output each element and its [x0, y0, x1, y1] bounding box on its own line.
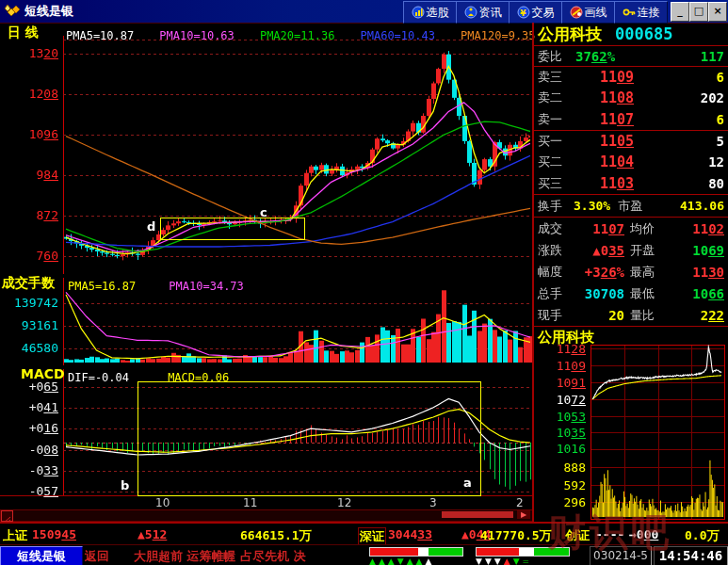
- price-axis-tick: 1208: [0, 88, 58, 100]
- trade-button[interactable]: ¥ 交易: [509, 1, 562, 24]
- stock-pick-label: 选股: [427, 5, 449, 21]
- cy-index-amount: 0.0万: [685, 527, 719, 544]
- breadth-marks: ▼▼▼▲▼=: [476, 557, 570, 565]
- stat-label: 总手: [538, 285, 570, 302]
- stat-row: 成交 1107 均价 1102: [534, 218, 728, 239]
- title-bar: 短线是银 选股 资讯 ¥ 交易: [0, 0, 728, 24]
- sh-index-amount: 664615.1万: [240, 527, 312, 544]
- ask3-qty: 6: [717, 70, 724, 85]
- quote-header: 公用科技 000685: [534, 23, 728, 46]
- connect-key-icon: [623, 6, 636, 19]
- bid1-price: 1105: [572, 133, 634, 150]
- daily-indicator-readout: PMA5=10.87 PMA10=10.63 PMA20=11.36 PMA60…: [66, 25, 536, 43]
- sh-index-label[interactable]: 上证: [3, 527, 27, 545]
- x-axis-month-label: 2: [516, 496, 524, 509]
- maximize-button[interactable]: □: [689, 2, 708, 22]
- annotation-letter-a: a: [463, 476, 472, 490]
- volume-axis-tick: 46580: [0, 342, 58, 354]
- stat-value: 1069: [692, 243, 724, 258]
- pma120-readout: PMA120=9.35: [461, 29, 535, 42]
- resize-grip-icon[interactable]: [1, 510, 13, 522]
- news-label: 资讯: [479, 5, 502, 21]
- intraday-price-tick: 1072: [527, 394, 586, 406]
- macd-axis-tick: -008: [0, 444, 58, 456]
- dif-readout: DIF=-0.04: [68, 371, 129, 384]
- stat-value: 222: [701, 308, 724, 323]
- chart-scrollbar[interactable]: ▶: [0, 509, 534, 522]
- period-label: 日 线: [8, 24, 39, 41]
- stat-row: 现手 20 量比 222: [534, 304, 728, 327]
- pe-label: 市盈: [618, 198, 642, 215]
- bid-row-3: 买三 1103 80: [534, 172, 728, 195]
- bid3-label: 买三: [538, 175, 572, 192]
- bid1-qty: 5: [717, 134, 724, 149]
- minimize-button[interactable]: _: [671, 2, 689, 22]
- market-breadth-panel-1: ▲▲▲▼▲▲▲: [369, 547, 463, 564]
- intraday-volume-tick: 888: [527, 461, 586, 474]
- ask-row-3: 卖三 1109 6: [534, 67, 728, 88]
- weibi-value: 3762%: [575, 49, 615, 64]
- breadth-bar: [369, 547, 463, 557]
- intraday-price-tick: 1128: [527, 343, 586, 355]
- window-title: 短线是银: [24, 0, 73, 23]
- back-button[interactable]: 返回: [85, 548, 109, 565]
- app-logo-gold-icon: [4, 3, 21, 20]
- sz-index-value: 304433: [388, 527, 432, 541]
- annotation-box-macd: [138, 381, 481, 496]
- scrollbar-right-arrow[interactable]: ▶: [517, 510, 530, 519]
- draw-line-icon: [570, 6, 583, 19]
- stock-pick-button[interactable]: 选股: [403, 1, 457, 24]
- close-button[interactable]: ×: [708, 2, 727, 22]
- volume-axis-tick: 139742: [0, 297, 58, 309]
- ask1-label: 卖一: [538, 111, 572, 128]
- cy-index-label[interactable]: 创证: [565, 527, 590, 544]
- intraday-price-tick: 1053: [527, 411, 586, 423]
- pma20-readout: PMA20=11.36: [260, 29, 334, 42]
- stat-value: 20: [570, 308, 624, 323]
- connect-button[interactable]: 连接: [614, 1, 668, 24]
- bid3-qty: 80: [708, 176, 724, 191]
- bid2-price: 1104: [572, 153, 634, 170]
- scrollbar-thumb[interactable]: [442, 511, 513, 518]
- draw-line-button[interactable]: 画线: [561, 1, 615, 24]
- intraday-volume-tick: 592: [527, 479, 586, 492]
- stat-value: 1107: [570, 221, 624, 236]
- stat-label: 涨跌: [538, 242, 570, 259]
- annotation-box-consolidation: [160, 218, 305, 240]
- svg-text:¥: ¥: [520, 8, 526, 18]
- stat-row: 总手 30708 最低 1066: [534, 282, 728, 304]
- bid2-label: 买二: [538, 153, 572, 170]
- breadth-marks: ▲▲▲▼▲▲▲: [369, 557, 463, 565]
- volume-panel-title: 成交手数: [2, 275, 55, 292]
- cy-index-change: →000: [629, 527, 658, 541]
- macd-axis-tick: +016: [0, 422, 58, 434]
- bid-row-1: 买一 1105 5: [534, 131, 728, 152]
- volume-indicator-readout: PMA5=16.87 PMA10=34.73: [68, 276, 244, 294]
- sz-index-label[interactable]: 深证: [358, 527, 386, 546]
- intraday-price-tick: 1035: [527, 427, 586, 439]
- date-display: 030214-5: [590, 546, 652, 565]
- stat-label: 开盘: [630, 242, 662, 259]
- stat-value: +326%: [570, 265, 624, 280]
- x-axis-month-label: 12: [337, 496, 351, 509]
- ask1-price: 1107: [572, 111, 634, 128]
- bid1-label: 买一: [538, 133, 572, 150]
- weibi-label: 委比: [538, 48, 562, 65]
- intraday-price-tick: 1016: [527, 443, 586, 455]
- pma10-readout: PMA10=10.63: [159, 29, 234, 42]
- connect-label: 连接: [638, 5, 660, 21]
- stat-value: 1130: [692, 265, 724, 280]
- ask-row-2: 卖二 1108 202: [534, 88, 728, 108]
- tab-duanxianshiyin[interactable]: 短线是银: [0, 546, 83, 565]
- price-axis-tick: 760: [0, 250, 58, 262]
- intraday-price-tick: 1109: [527, 360, 586, 372]
- bid-row-2: 买二 1104 12: [534, 152, 728, 172]
- stat-label: 量比: [630, 307, 662, 324]
- vol-pma10-readout: PMA10=34.73: [169, 280, 243, 293]
- market-breadth-panel-2: ▼▼▼▲▼=: [476, 547, 570, 564]
- news-button[interactable]: 资讯: [456, 1, 510, 24]
- annotation-letter-b: b: [121, 478, 129, 492]
- turnover-label: 换手: [538, 198, 562, 215]
- sh-index-change: ▲512: [138, 527, 167, 541]
- clock-display: 14:54:46: [654, 546, 728, 565]
